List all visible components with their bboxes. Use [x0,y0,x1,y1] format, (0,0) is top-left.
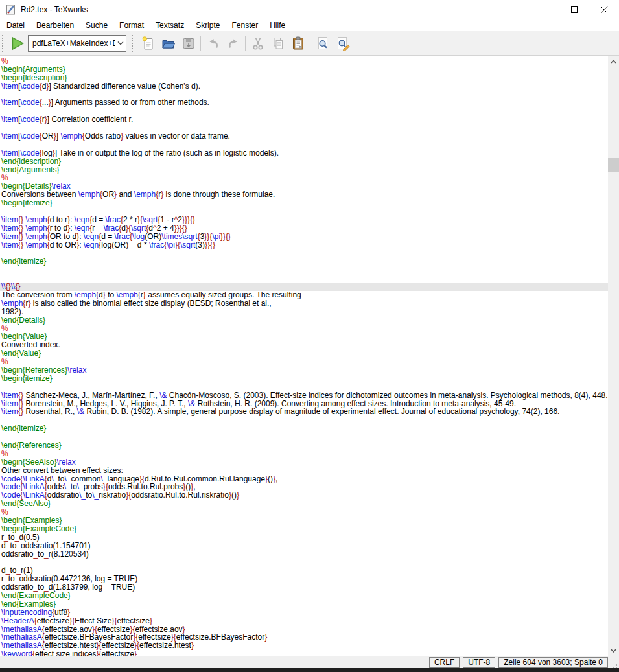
code-line: 1982). [1,308,608,316]
code-line: \item{} \emph{d to OR}: \eqn{log(OR) = d… [1,241,608,249]
maximize-button[interactable] [559,0,589,19]
play-icon [10,36,25,51]
code-line: \end{Details} [1,316,608,325]
close-icon [601,6,608,14]
encoding-value: UTF-8 [468,658,490,667]
chevron-up-icon [611,60,616,64]
open-icon [161,36,176,51]
window-controls [530,0,619,19]
typeset-engine-dropdown[interactable]: pdfLaTeX+MakeIndex+BibTeX [28,35,126,52]
code-line: \item[\code{...}] Arguments passed to or… [1,98,608,107]
toolbar-cut-button [248,33,268,53]
code-line: % [1,508,608,516]
find-icon [315,36,331,51]
code-line: d_to_oddsratio(1.154701) [1,542,608,550]
code-line: Converted index. [1,341,608,349]
scrollbar-down-button[interactable] [608,645,619,656]
toolbar-separator [245,36,246,51]
maximize-icon [571,6,578,14]
undo-icon [205,36,221,51]
code-line: \emph{r} is also called the binomial eff… [1,299,608,308]
code-content[interactable]: %\begin{Arguments}\begin{ldescription}\i… [0,56,608,656]
toolbar-redo-button [223,33,243,53]
toolbar-find-button[interactable] [312,33,333,53]
save-icon [181,36,196,51]
code-line: \end{Arguments} [1,166,608,174]
minimize-button[interactable] [530,0,559,19]
toolbar-separator [200,36,201,51]
close-button[interactable] [589,0,619,19]
typeset-run-button[interactable] [8,34,27,52]
minimize-icon [541,6,548,14]
code-line: \item[\code{log}] Take in or output the … [1,149,608,157]
code-line: Conversions between \emph{OR} and \emph{… [1,191,608,199]
text-caret [1,283,1,290]
line-ending-value: CRLF [434,658,454,667]
code-line: \end{Examples} [1,600,608,608]
menu-suche[interactable]: Suche [80,20,113,30]
menu-skripte[interactable]: Skripte [190,20,226,30]
code-line: \end{itemize} [1,424,608,433]
code-line: \item[\code{OR}] \emph{Odds ratio} value… [1,132,608,141]
toolbar-undo-button [203,33,223,53]
status-line-ending[interactable]: CRLF [429,657,460,668]
code-line [1,416,608,424]
code-line [1,274,608,283]
code-line: \begin{Value} [1,332,608,341]
code-line: % [1,450,608,458]
editor-text-area[interactable]: %\begin{Arguments}\begin{ldescription}\i… [0,56,619,656]
status-cursor-position[interactable]: Zeile 604 von 3603; Spalte 0 [498,657,608,668]
code-line: \keyword{effect size indices}{effectsize… [1,650,608,656]
texworks-app-icon [6,5,16,15]
code-line: \begin{Arguments} [1,65,608,74]
code-line: \item[\code{r}] Correlation coefficient … [1,115,608,124]
menu-bar: DateiBearbeitenSucheFormatTextsatzSkript… [0,19,619,31]
menu-textsatz[interactable]: Textsatz [150,20,190,30]
scrollbar-thumb[interactable] [608,158,619,172]
status-encoding[interactable]: UTF-8 [463,657,495,668]
vertical-scrollbar[interactable] [608,56,619,656]
code-line [1,558,608,566]
scrollbar-up-button[interactable] [608,56,619,67]
code-line: \begin{ExampleCode} [1,525,608,533]
menu-format[interactable]: Format [113,20,150,30]
status-bar: CRLF UTF-8 Zeile 604 von 3603; Spalte 0 [0,656,619,668]
code-line: \begin{itemize} [1,375,608,383]
chevron-down-icon [115,41,126,45]
menu-fenster[interactable]: Fenster [226,20,264,30]
chevron-down-icon [611,649,616,653]
cut-icon [250,36,266,51]
toolbar-replace-button[interactable] [333,33,353,53]
code-line: r_to_d(0.5) [1,533,608,542]
code-line: \end{ldescription} [1,157,608,166]
code-line: oddsratio_to_d(1.813799, log = TRUE) [1,583,608,592]
toolbar-save-button [178,33,198,53]
code-line: \code{\LinkA{oddsratio\_to\_riskratio}{o… [1,491,608,500]
window-bottom-edge [0,668,619,672]
toolbar-separator [310,36,310,51]
code-line: % [1,358,608,366]
code-line: \begin{References}\relax [1,366,608,375]
toolbar-new-document-button[interactable] [138,33,158,53]
texworks-window: Rd2.tex - TeXworks DateiBearbeitenSucheF… [0,0,619,672]
menu-hilfe[interactable]: Hilfe [264,20,291,30]
title-bar: Rd2.tex - TeXworks [0,0,619,19]
code-line: \begin{itemize} [1,199,608,207]
code-line [1,266,608,274]
code-line: \end{ExampleCode} [1,592,608,600]
menu-bearbeiten[interactable]: Bearbeiten [30,20,80,30]
code-line: \end{itemize} [1,257,608,266]
code-line [1,433,608,441]
toolbar-drag-handle[interactable] [132,35,135,52]
code-line: \end{SeeAlso} [1,500,608,508]
toolbar-drag-handle[interactable] [2,35,6,52]
toolbar-open-button[interactable] [158,33,178,53]
toolbar: pdfLaTeX+MakeIndex+BibTeX [0,31,619,56]
toolbar-copy-button [268,33,288,53]
code-line: \item{} Rosenthal, R., \& Rubin, D. B. (… [1,408,608,416]
new-document-icon [141,36,156,51]
replace-icon [335,36,351,51]
menu-datei[interactable]: Datei [1,20,30,30]
toolbar-paste-button[interactable] [288,33,308,53]
code-line: oddsratio_to_r(8.120534) [1,550,608,559]
